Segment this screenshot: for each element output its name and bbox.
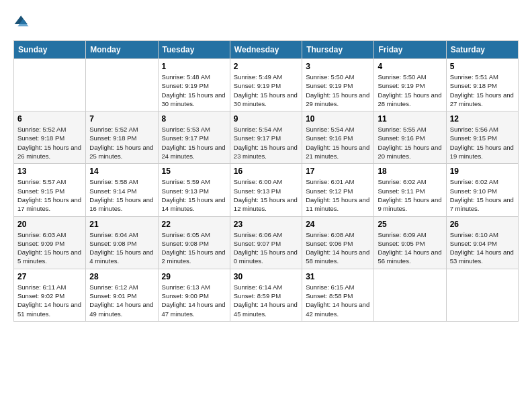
calendar-cell <box>14 59 86 111</box>
calendar-cell: 20Sunrise: 6:03 AM Sunset: 9:09 PM Dayli… <box>14 216 86 269</box>
day-info: Sunrise: 5:57 AM Sunset: 9:15 PM Dayligh… <box>17 177 82 213</box>
day-number: 2 <box>234 62 298 71</box>
calendar-cell: 15Sunrise: 5:59 AM Sunset: 9:13 PM Dayli… <box>158 164 230 216</box>
day-info: Sunrise: 6:11 AM Sunset: 9:02 PM Dayligh… <box>17 283 82 318</box>
day-number: 14 <box>89 167 154 176</box>
day-info: Sunrise: 5:58 AM Sunset: 9:14 PM Dayligh… <box>89 177 154 213</box>
day-info: Sunrise: 5:53 AM Sunset: 9:17 PM Dayligh… <box>162 125 226 161</box>
day-info: Sunrise: 6:14 AM Sunset: 8:59 PM Dayligh… <box>234 283 298 318</box>
day-number: 10 <box>306 114 370 124</box>
calendar-cell: 23Sunrise: 6:06 AM Sunset: 9:07 PM Dayli… <box>230 216 302 269</box>
day-number: 11 <box>378 114 442 124</box>
day-info: Sunrise: 5:54 AM Sunset: 9:16 PM Dayligh… <box>306 125 370 161</box>
day-number: 30 <box>234 272 298 281</box>
day-number: 13 <box>17 167 82 176</box>
calendar-week-row: 1Sunrise: 5:48 AM Sunset: 9:19 PM Daylig… <box>14 59 519 111</box>
calendar-week-row: 27Sunrise: 6:11 AM Sunset: 9:02 PM Dayli… <box>14 269 519 321</box>
day-info: Sunrise: 5:48 AM Sunset: 9:19 PM Dayligh… <box>162 73 226 108</box>
day-number: 4 <box>378 62 442 71</box>
calendar-cell: 25Sunrise: 6:09 AM Sunset: 9:05 PM Dayli… <box>374 216 446 269</box>
calendar-cell: 18Sunrise: 6:02 AM Sunset: 9:11 PM Dayli… <box>374 164 446 216</box>
day-number: 7 <box>89 114 154 124</box>
calendar-cell: 7Sunrise: 5:52 AM Sunset: 9:18 PM Daylig… <box>86 111 158 164</box>
logo <box>13 13 32 30</box>
day-info: Sunrise: 5:50 AM Sunset: 9:19 PM Dayligh… <box>306 73 370 108</box>
day-number: 22 <box>162 220 226 229</box>
calendar-cell: 22Sunrise: 6:05 AM Sunset: 9:08 PM Dayli… <box>158 216 230 269</box>
calendar-table: SundayMondayTuesdayWednesdayThursdayFrid… <box>13 40 519 322</box>
calendar-week-row: 20Sunrise: 6:03 AM Sunset: 9:09 PM Dayli… <box>14 216 519 269</box>
calendar-cell <box>374 269 446 321</box>
calendar-cell <box>446 269 518 321</box>
day-info: Sunrise: 6:12 AM Sunset: 9:01 PM Dayligh… <box>89 283 154 318</box>
calendar-cell: 26Sunrise: 6:10 AM Sunset: 9:04 PM Dayli… <box>446 216 518 269</box>
day-info: Sunrise: 6:06 AM Sunset: 9:07 PM Dayligh… <box>234 230 298 266</box>
day-info: Sunrise: 5:56 AM Sunset: 9:15 PM Dayligh… <box>450 125 515 161</box>
day-number: 5 <box>450 62 515 71</box>
calendar-cell: 11Sunrise: 5:55 AM Sunset: 9:16 PM Dayli… <box>374 111 446 164</box>
calendar-cell: 9Sunrise: 5:54 AM Sunset: 9:17 PM Daylig… <box>230 111 302 164</box>
day-of-week-header: Friday <box>374 41 446 59</box>
day-info: Sunrise: 5:51 AM Sunset: 9:18 PM Dayligh… <box>450 73 515 108</box>
day-info: Sunrise: 5:49 AM Sunset: 9:19 PM Dayligh… <box>234 73 298 108</box>
day-number: 21 <box>89 220 154 229</box>
day-of-week-header: Tuesday <box>158 41 230 59</box>
calendar-week-row: 6Sunrise: 5:52 AM Sunset: 9:18 PM Daylig… <box>14 111 519 164</box>
day-info: Sunrise: 5:50 AM Sunset: 9:19 PM Dayligh… <box>378 73 442 108</box>
day-number: 24 <box>306 220 370 229</box>
day-number: 1 <box>162 62 226 71</box>
day-of-week-header: Wednesday <box>230 41 302 59</box>
day-number: 27 <box>17 272 82 281</box>
day-info: Sunrise: 5:52 AM Sunset: 9:18 PM Dayligh… <box>89 125 154 161</box>
day-info: Sunrise: 6:02 AM Sunset: 9:11 PM Dayligh… <box>378 177 442 213</box>
day-info: Sunrise: 6:10 AM Sunset: 9:04 PM Dayligh… <box>450 230 515 266</box>
day-number: 12 <box>450 114 515 124</box>
day-number: 17 <box>306 167 370 176</box>
calendar-cell <box>86 59 158 111</box>
day-info: Sunrise: 5:52 AM Sunset: 9:18 PM Dayligh… <box>17 125 82 161</box>
calendar-cell: 13Sunrise: 5:57 AM Sunset: 9:15 PM Dayli… <box>14 164 86 216</box>
day-number: 25 <box>378 220 442 229</box>
day-number: 16 <box>234 167 298 176</box>
day-info: Sunrise: 6:03 AM Sunset: 9:09 PM Dayligh… <box>17 230 82 266</box>
calendar-cell: 12Sunrise: 5:56 AM Sunset: 9:15 PM Dayli… <box>446 111 518 164</box>
calendar-cell: 16Sunrise: 6:00 AM Sunset: 9:13 PM Dayli… <box>230 164 302 216</box>
day-number: 9 <box>234 114 298 124</box>
day-info: Sunrise: 6:05 AM Sunset: 9:08 PM Dayligh… <box>162 230 226 266</box>
calendar-cell: 29Sunrise: 6:13 AM Sunset: 9:00 PM Dayli… <box>158 269 230 321</box>
day-number: 19 <box>450 167 515 176</box>
day-number: 18 <box>378 167 442 176</box>
calendar-cell: 5Sunrise: 5:51 AM Sunset: 9:18 PM Daylig… <box>446 59 518 111</box>
page-header <box>13 13 519 30</box>
day-number: 23 <box>234 220 298 229</box>
day-number: 3 <box>306 62 370 71</box>
calendar-cell: 19Sunrise: 6:02 AM Sunset: 9:10 PM Dayli… <box>446 164 518 216</box>
day-number: 28 <box>89 272 154 281</box>
day-number: 20 <box>17 220 82 229</box>
calendar-cell: 27Sunrise: 6:11 AM Sunset: 9:02 PM Dayli… <box>14 269 86 321</box>
calendar-cell: 31Sunrise: 6:15 AM Sunset: 8:58 PM Dayli… <box>302 269 374 321</box>
calendar-cell: 30Sunrise: 6:14 AM Sunset: 8:59 PM Dayli… <box>230 269 302 321</box>
day-number: 15 <box>162 167 226 176</box>
calendar-cell: 14Sunrise: 5:58 AM Sunset: 9:14 PM Dayli… <box>86 164 158 216</box>
calendar-cell: 24Sunrise: 6:08 AM Sunset: 9:06 PM Dayli… <box>302 216 374 269</box>
calendar-cell: 10Sunrise: 5:54 AM Sunset: 9:16 PM Dayli… <box>302 111 374 164</box>
day-info: Sunrise: 6:08 AM Sunset: 9:06 PM Dayligh… <box>306 230 370 266</box>
day-of-week-header: Thursday <box>302 41 374 59</box>
calendar-cell: 28Sunrise: 6:12 AM Sunset: 9:01 PM Dayli… <box>86 269 158 321</box>
day-number: 26 <box>450 220 515 229</box>
day-of-week-header: Monday <box>86 41 158 59</box>
day-info: Sunrise: 5:54 AM Sunset: 9:17 PM Dayligh… <box>234 125 298 161</box>
calendar-cell: 21Sunrise: 6:04 AM Sunset: 9:08 PM Dayli… <box>86 216 158 269</box>
logo-icon <box>13 13 30 30</box>
day-info: Sunrise: 5:59 AM Sunset: 9:13 PM Dayligh… <box>162 177 226 213</box>
calendar-cell: 6Sunrise: 5:52 AM Sunset: 9:18 PM Daylig… <box>14 111 86 164</box>
day-info: Sunrise: 6:04 AM Sunset: 9:08 PM Dayligh… <box>89 230 154 266</box>
day-number: 29 <box>162 272 226 281</box>
day-info: Sunrise: 5:55 AM Sunset: 9:16 PM Dayligh… <box>378 125 442 161</box>
day-number: 6 <box>17 114 82 124</box>
calendar-cell: 17Sunrise: 6:01 AM Sunset: 9:12 PM Dayli… <box>302 164 374 216</box>
day-of-week-header: Saturday <box>446 41 518 59</box>
day-info: Sunrise: 6:09 AM Sunset: 9:05 PM Dayligh… <box>378 230 442 266</box>
day-info: Sunrise: 6:13 AM Sunset: 9:00 PM Dayligh… <box>162 283 226 318</box>
